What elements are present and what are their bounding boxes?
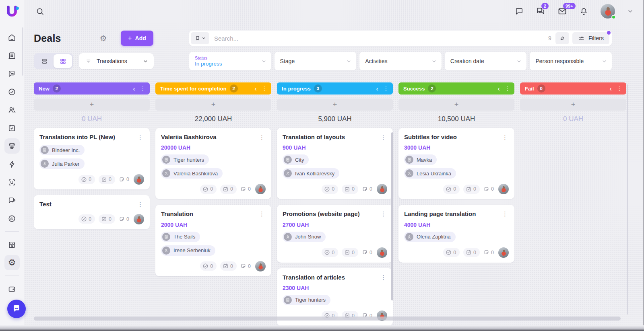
- card-menu-icon[interactable]: ⋮: [256, 210, 266, 217]
- filter-chip-person-responsible[interactable]: Person responsible: [530, 52, 612, 70]
- column-header[interactable]: Fail 0 ‹ ⋮: [520, 82, 626, 95]
- events-counter[interactable]: 0: [342, 248, 358, 257]
- sidebar-item-feedback[interactable]: [4, 193, 20, 208]
- events-counter[interactable]: 0: [99, 214, 115, 224]
- column-menu-icon[interactable]: ⋮: [383, 86, 389, 91]
- column-menu-icon[interactable]: ⋮: [140, 86, 146, 91]
- global-search-icon[interactable]: [35, 7, 45, 16]
- deal-card[interactable]: Translation of layouts ⋮ 900 UAH City Iv…: [277, 128, 393, 199]
- sidebar-item-scanner[interactable]: [4, 175, 20, 190]
- tasks-counter[interactable]: 0: [322, 248, 338, 257]
- filters-button[interactable]: Filters: [572, 32, 609, 44]
- responsible-avatar[interactable]: [134, 214, 144, 224]
- deal-card[interactable]: Subtitles for video ⋮ 3000 UAH Mavka Les…: [398, 128, 514, 199]
- chats-button[interactable]: 2: [536, 6, 545, 16]
- column-header[interactable]: In progress 3 ‹ ⋮: [277, 82, 393, 95]
- deal-tag-person[interactable]: Ivan Kotliarevsky: [283, 168, 339, 179]
- notes-counter[interactable]: 0: [362, 249, 372, 255]
- card-menu-icon[interactable]: ⋮: [256, 133, 266, 140]
- notes-counter[interactable]: 0: [483, 186, 494, 192]
- card-menu-icon[interactable]: ⋮: [134, 133, 144, 140]
- saved-searches-button[interactable]: [191, 32, 209, 44]
- sidebar-item-tasks[interactable]: [4, 84, 20, 99]
- column-add-deal-button[interactable]: +: [34, 99, 150, 111]
- column-add-deal-button[interactable]: +: [277, 99, 393, 111]
- tasks-counter[interactable]: 0: [200, 261, 217, 271]
- deal-card[interactable]: Translations into PL (New) ⋮ Bindeer Inc…: [34, 128, 150, 189]
- notes-counter[interactable]: 0: [362, 186, 372, 192]
- sidebar-item-home[interactable]: [4, 30, 20, 45]
- events-counter[interactable]: 0: [99, 175, 115, 184]
- sidebar-item-calendar[interactable]: [4, 120, 20, 136]
- comments-button[interactable]: [514, 7, 524, 16]
- sidebar-item-analytics[interactable]: [4, 211, 20, 226]
- sidebar-item-messenger[interactable]: [4, 66, 20, 81]
- card-menu-icon[interactable]: ⋮: [377, 133, 387, 140]
- tasks-counter[interactable]: 0: [78, 175, 95, 184]
- notifications-bell-icon[interactable]: [579, 7, 588, 16]
- deal-card[interactable]: Landing page translation ⋮ 4000 UAH Olen…: [398, 205, 514, 262]
- responsible-avatar[interactable]: [498, 184, 509, 194]
- column-collapse-icon[interactable]: ‹: [497, 85, 500, 92]
- add-deal-button[interactable]: + Add: [121, 31, 153, 46]
- uspacy-logo[interactable]: [4, 4, 20, 19]
- column-add-deal-button[interactable]: +: [155, 99, 271, 111]
- mail-button[interactable]: 99+: [557, 6, 567, 16]
- column-collapse-icon[interactable]: ‹: [376, 85, 378, 92]
- column-collapse-icon[interactable]: ‹: [254, 85, 257, 92]
- deal-tag-company[interactable]: Bindeer Inc.: [39, 145, 85, 155]
- deal-card[interactable]: Translation ⋮ 2000 UAH The Sails Irene S…: [155, 205, 271, 276]
- filter-chip-activities[interactable]: Activities: [359, 52, 442, 70]
- notes-counter[interactable]: 0: [119, 216, 129, 222]
- deal-card[interactable]: Test ⋮ 0 0 0: [34, 195, 150, 229]
- deal-tag-person[interactable]: Irene Serbeniuk: [161, 245, 215, 256]
- board-horizontal-scrollbar[interactable]: [34, 317, 621, 321]
- tasks-counter[interactable]: 0: [443, 185, 460, 194]
- tasks-counter[interactable]: 0: [78, 214, 95, 224]
- notes-counter[interactable]: 0: [240, 263, 251, 269]
- responsible-avatar[interactable]: [255, 261, 266, 271]
- sidebar-item-marketplace[interactable]: [4, 237, 20, 252]
- notes-counter[interactable]: 0: [240, 186, 251, 192]
- kanban-view-button[interactable]: [54, 54, 72, 68]
- sidebar-scrollbar[interactable]: [22, 27, 23, 76]
- events-counter[interactable]: 0: [463, 185, 480, 194]
- notes-counter[interactable]: 0: [119, 177, 129, 183]
- responsible-avatar[interactable]: [255, 184, 266, 194]
- events-counter[interactable]: 0: [463, 248, 480, 257]
- sidebar-item-settings[interactable]: ⚙︎: [4, 255, 20, 270]
- deal-tag-person[interactable]: John Snow: [283, 232, 326, 242]
- deal-tag-person[interactable]: Julia Parker: [39, 158, 85, 169]
- events-counter[interactable]: 0: [220, 185, 237, 194]
- support-chat-button[interactable]: [7, 300, 26, 318]
- clear-search-button[interactable]: [555, 32, 569, 44]
- sidebar-item-automations[interactable]: [4, 156, 20, 172]
- column-collapse-icon[interactable]: ‹: [133, 85, 135, 92]
- user-avatar[interactable]: [601, 4, 615, 19]
- responsible-avatar[interactable]: [134, 174, 144, 185]
- card-menu-icon[interactable]: ⋮: [499, 133, 509, 140]
- column-scrollbar[interactable]: [391, 132, 393, 300]
- events-counter[interactable]: 0: [342, 185, 358, 194]
- board-vertical-scrollbar[interactable]: [627, 84, 628, 315]
- tasks-counter[interactable]: 0: [443, 248, 460, 257]
- column-add-deal-button[interactable]: +: [398, 99, 514, 111]
- search-input[interactable]: [209, 35, 548, 42]
- tasks-counter[interactable]: 0: [200, 185, 217, 194]
- tasks-counter[interactable]: 0: [322, 185, 338, 194]
- card-menu-icon[interactable]: ⋮: [499, 210, 509, 217]
- sidebar-item-billing[interactable]: [4, 281, 20, 296]
- deal-tag-company[interactable]: Mavka: [404, 154, 437, 165]
- deal-card[interactable]: Promotions (website page) ⋮ 2700 UAH Joh…: [277, 205, 393, 262]
- card-menu-icon[interactable]: ⋮: [377, 210, 387, 217]
- column-header[interactable]: Success 2 ‹ ⋮: [398, 82, 514, 95]
- column-collapse-icon[interactable]: ‹: [609, 85, 612, 92]
- filter-chip-creation-date[interactable]: Creation date: [445, 52, 527, 70]
- filter-chip-stage[interactable]: Stage: [275, 52, 357, 70]
- column-header[interactable]: Time spent for completion 2 ‹ ⋮: [155, 82, 271, 95]
- sidebar-item-crm-sales[interactable]: [4, 138, 20, 154]
- column-menu-icon[interactable]: ⋮: [262, 86, 267, 91]
- responsible-avatar[interactable]: [498, 247, 509, 258]
- deal-tag-company[interactable]: Tiger hunters: [283, 295, 330, 305]
- card-menu-icon[interactable]: ⋮: [377, 273, 387, 280]
